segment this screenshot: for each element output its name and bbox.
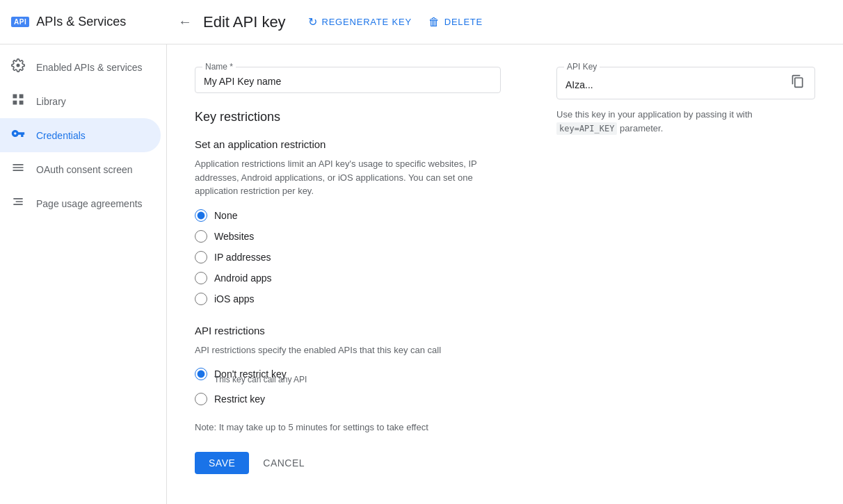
svg-rect-4 <box>19 101 24 105</box>
copy-icon <box>791 74 805 88</box>
page-usage-icon <box>11 195 25 212</box>
note-text: Note: It may take up to 5 minutes for se… <box>195 422 501 432</box>
api-radio-dont-restrict-wrapper: Don't restrict key This key can call any… <box>195 368 501 384</box>
radio-websites-input[interactable] <box>195 230 207 243</box>
copy-api-key-button[interactable] <box>789 73 806 93</box>
sidebar-item-library[interactable]: Library <box>0 84 161 118</box>
action-buttons: SAVE CANCEL <box>195 452 501 474</box>
radio-ios-input[interactable] <box>195 293 207 305</box>
name-text-field: Name * <box>195 67 501 93</box>
app-restriction-title: Set an application restriction <box>195 138 501 150</box>
radio-ip-input[interactable] <box>195 251 207 263</box>
regenerate-key-button[interactable]: ↻ REGENERATE KEY <box>308 15 412 29</box>
radio-ip-label: IP addresses <box>214 252 271 263</box>
save-button[interactable]: SAVE <box>195 452 249 474</box>
sidebar-label-enabled-apis: Enabled APIs & services <box>36 62 143 73</box>
cancel-button[interactable]: CANCEL <box>260 452 307 474</box>
sidebar: Enabled APIs & services Library Credenti… <box>0 44 167 504</box>
radio-android-input[interactable] <box>195 272 207 284</box>
form-layout: Name * Key restrictions Set an applicati… <box>195 67 815 474</box>
form-right: API Key AIza... Use this key in your app… <box>556 67 815 474</box>
delete-button[interactable]: 🗑 DELETE <box>428 16 483 29</box>
app-restriction-subsection: Set an application restriction Applicati… <box>195 138 501 305</box>
radio-ip-addresses[interactable]: IP addresses <box>195 251 501 263</box>
name-input[interactable] <box>204 73 492 87</box>
key-restrictions-title: Key restrictions <box>195 110 501 124</box>
main-layout: Enabled APIs & services Library Credenti… <box>0 44 843 504</box>
sidebar-item-enabled-apis[interactable]: Enabled APIs & services <box>0 50 161 84</box>
form-left: Name * Key restrictions Set an applicati… <box>195 67 501 474</box>
app-title: APIs & Services <box>36 15 126 29</box>
radio-restrict-key[interactable]: Restrict key <box>195 393 501 405</box>
radio-restrict-key-label: Restrict key <box>214 393 265 405</box>
api-key-field-group: API Key AIza... Use this key in your app… <box>556 67 815 135</box>
radio-websites[interactable]: Websites <box>195 230 501 243</box>
header-actions: ↻ REGENERATE KEY 🗑 DELETE <box>308 15 483 29</box>
radio-ios-apps[interactable]: iOS apps <box>195 293 501 305</box>
page-title: Edit API key <box>203 13 286 31</box>
top-bar: API APIs & Services ← Edit API key ↻ REG… <box>0 0 843 44</box>
api-key-value: AIza... <box>565 76 789 90</box>
api-restrictions-desc: API restrictions specify the enabled API… <box>195 343 501 357</box>
radio-dont-restrict-sub: This key can call any API <box>214 375 501 384</box>
sidebar-item-oauth-consent[interactable]: OAuth consent screen <box>0 152 161 186</box>
radio-none-label: None <box>214 210 237 221</box>
sidebar-label-credentials: Credentials <box>36 130 86 141</box>
app-restriction-desc: Application restrictions limit an API ke… <box>195 157 501 198</box>
api-key-hint-code: key=API_KEY <box>556 122 617 135</box>
key-restrictions-section: Key restrictions Set an application rest… <box>195 110 501 474</box>
content-header: ← Edit API key ↻ REGENERATE KEY 🗑 DELETE <box>178 13 832 31</box>
radio-android-label: Android apps <box>214 273 272 284</box>
api-restriction-radio-group: Don't restrict key This key can call any… <box>195 368 501 405</box>
app-restriction-radio-group: None Websites IP addresses <box>195 209 501 305</box>
api-restrictions-subsection: API restrictions API restrictions specif… <box>195 325 501 406</box>
api-restrictions-title: API restrictions <box>195 325 501 336</box>
radio-none-input[interactable] <box>195 209 207 222</box>
api-key-label: API Key <box>564 62 600 72</box>
api-key-field: API Key AIza... <box>556 67 815 99</box>
oauth-icon <box>11 161 25 178</box>
back-button[interactable]: ← <box>178 14 192 30</box>
delete-icon: 🗑 <box>428 16 440 29</box>
name-field-group: Name * <box>195 67 501 93</box>
regenerate-icon: ↻ <box>308 15 318 29</box>
radio-restrict-key-input[interactable] <box>195 393 207 405</box>
sidebar-label-page-usage: Page usage agreements <box>36 198 143 209</box>
sidebar-item-credentials[interactable]: Credentials <box>0 118 161 152</box>
radio-none[interactable]: None <box>195 209 501 222</box>
main-content: Name * Key restrictions Set an applicati… <box>167 44 843 504</box>
api-logo-icon: API <box>11 17 29 27</box>
logo-area: API APIs & Services <box>11 15 178 29</box>
sidebar-item-page-usage[interactable]: Page usage agreements <box>0 186 161 220</box>
radio-android-apps[interactable]: Android apps <box>195 272 501 284</box>
svg-rect-2 <box>19 95 24 99</box>
radio-ios-label: iOS apps <box>214 293 255 304</box>
radio-websites-label: Websites <box>214 231 254 242</box>
name-label: Name * <box>202 62 236 72</box>
credentials-icon <box>11 127 25 144</box>
svg-point-0 <box>17 64 20 67</box>
sidebar-label-library: Library <box>36 96 66 107</box>
radio-dont-restrict-input[interactable] <box>195 368 207 380</box>
svg-rect-1 <box>13 95 17 99</box>
api-key-hint: Use this key in your application by pass… <box>556 108 815 135</box>
svg-rect-3 <box>13 101 17 105</box>
library-icon <box>11 92 25 110</box>
enabled-apis-icon <box>11 58 25 76</box>
sidebar-label-oauth: OAuth consent screen <box>36 164 133 175</box>
